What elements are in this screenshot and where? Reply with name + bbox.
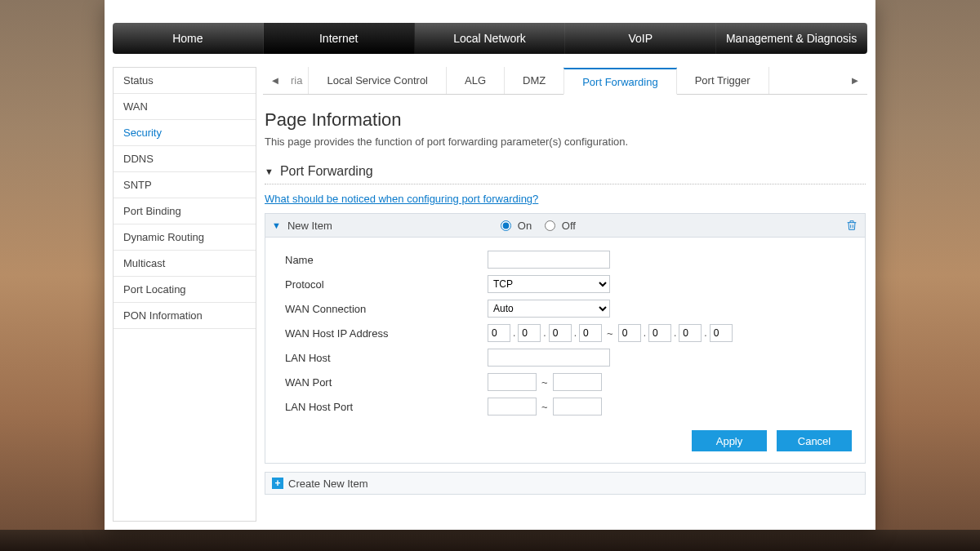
label-wan-host-ip: WAN Host IP Address bbox=[285, 327, 488, 340]
item-collapse-icon[interactable]: ▼ bbox=[272, 220, 281, 230]
form-panel: Name Protocol TCP WAN Connection Auto WA… bbox=[265, 238, 866, 464]
sidebar-item-pon-information[interactable]: PON Information bbox=[114, 303, 256, 329]
nav-internet[interactable]: Internet bbox=[264, 23, 415, 54]
subtabs-scroll-right-icon[interactable]: ► bbox=[843, 67, 867, 95]
nav-home[interactable]: Home bbox=[113, 23, 264, 54]
enable-off-label: Off bbox=[562, 220, 576, 232]
label-name: Name bbox=[285, 254, 488, 266]
protocol-select[interactable]: TCP bbox=[488, 275, 610, 293]
nav-home-label: Home bbox=[172, 32, 203, 45]
wan-port-to[interactable] bbox=[553, 373, 602, 391]
sidebar-item-port-locating[interactable]: Port Locating bbox=[114, 277, 256, 303]
plus-icon: + bbox=[272, 478, 283, 489]
label-wan-connection: WAN Connection bbox=[285, 303, 488, 315]
sidebar: Status WAN Security DDNS SNTP Port Bindi… bbox=[113, 67, 256, 522]
subtab-port-trigger[interactable]: Port Trigger bbox=[676, 67, 769, 94]
section-header[interactable]: ▼ Port Forwarding bbox=[265, 164, 866, 184]
sidebar-item-dynamic-routing[interactable]: Dynamic Routing bbox=[114, 224, 256, 251]
sidebar-item-wan[interactable]: WAN bbox=[114, 94, 256, 120]
nav-voip-label: VoIP bbox=[628, 32, 653, 45]
delete-item-button[interactable] bbox=[845, 219, 858, 232]
lan-port-from[interactable] bbox=[488, 398, 537, 415]
cancel-button[interactable]: Cancel bbox=[777, 430, 852, 451]
trash-icon bbox=[845, 219, 858, 232]
wan-connection-select[interactable]: Auto bbox=[488, 300, 610, 318]
item-header: ▼ New Item On Off bbox=[265, 213, 866, 238]
sidebar-item-status[interactable]: Status bbox=[114, 68, 256, 94]
create-new-item-button[interactable]: + Create New Item bbox=[265, 472, 866, 495]
lan-port-separator: ~ bbox=[541, 401, 548, 413]
wan-port-separator: ~ bbox=[541, 376, 548, 389]
item-header-label: New Item bbox=[287, 220, 332, 232]
nav-voip[interactable]: VoIP bbox=[565, 23, 716, 54]
nav-management[interactable]: Management & Diagnosis bbox=[716, 23, 867, 54]
ip-to-1[interactable] bbox=[618, 324, 641, 342]
wan-port-from[interactable] bbox=[488, 373, 537, 391]
label-protocol: Protocol bbox=[285, 278, 488, 291]
page-title: Page Information bbox=[265, 109, 866, 131]
sidebar-item-security[interactable]: Security bbox=[114, 120, 256, 146]
sidebar-item-sntp[interactable]: SNTP bbox=[114, 172, 256, 198]
ip-range-separator: ~ bbox=[607, 327, 613, 340]
main-nav: Home Internet Local Network VoIP Managem… bbox=[113, 23, 867, 54]
ip-to-4[interactable] bbox=[710, 324, 733, 342]
subtab-overflow-fragment[interactable]: ria bbox=[287, 67, 309, 94]
create-new-item-label: Create New Item bbox=[288, 478, 368, 490]
enable-on-radio[interactable] bbox=[501, 220, 511, 231]
desktop-background-strip bbox=[0, 530, 980, 551]
page-description: This page provides the function of port … bbox=[265, 136, 866, 148]
ip-to-3[interactable] bbox=[679, 324, 702, 342]
name-input[interactable] bbox=[488, 251, 610, 269]
sidebar-item-ddns[interactable]: DDNS bbox=[114, 146, 256, 172]
nav-internet-label: Internet bbox=[319, 32, 358, 45]
subtabs: ◄ ria Local Service Control ALG DMZ Port… bbox=[263, 67, 867, 95]
help-link[interactable]: What should be noticed when configuring … bbox=[265, 193, 538, 205]
subtab-port-forwarding[interactable]: Port Forwarding bbox=[564, 68, 676, 95]
subtabs-scroll-left-icon[interactable]: ◄ bbox=[263, 67, 287, 95]
ip-from-2[interactable] bbox=[518, 324, 541, 342]
lan-host-input[interactable] bbox=[488, 349, 610, 367]
subtab-alg[interactable]: ALG bbox=[446, 67, 505, 94]
label-wan-port: WAN Port bbox=[285, 376, 488, 389]
ip-from-3[interactable] bbox=[549, 324, 572, 342]
sidebar-item-port-binding[interactable]: Port Binding bbox=[114, 198, 256, 224]
ip-to-2[interactable] bbox=[648, 324, 671, 342]
content-area: ◄ ria Local Service Control ALG DMZ Port… bbox=[263, 67, 867, 522]
collapse-triangle-icon: ▼ bbox=[265, 167, 274, 176]
sidebar-item-multicast[interactable]: Multicast bbox=[114, 251, 256, 277]
section-title: Port Forwarding bbox=[280, 164, 373, 179]
nav-local-network-label: Local Network bbox=[453, 32, 526, 45]
label-lan-host-port: LAN Host Port bbox=[285, 401, 488, 413]
ip-from-1[interactable] bbox=[488, 324, 510, 342]
subtab-dmz[interactable]: DMZ bbox=[504, 67, 564, 94]
subtab-local-service-control[interactable]: Local Service Control bbox=[308, 67, 447, 94]
router-admin-window: Home Internet Local Network VoIP Managem… bbox=[105, 0, 875, 530]
apply-button[interactable]: Apply bbox=[692, 430, 767, 451]
ip-from-4[interactable] bbox=[579, 324, 602, 342]
enable-off-radio[interactable] bbox=[545, 220, 555, 231]
label-lan-host: LAN Host bbox=[285, 352, 488, 364]
nav-local-network[interactable]: Local Network bbox=[415, 23, 566, 54]
nav-management-label: Management & Diagnosis bbox=[726, 32, 857, 45]
lan-port-to[interactable] bbox=[553, 398, 602, 415]
enable-on-label: On bbox=[518, 220, 532, 232]
